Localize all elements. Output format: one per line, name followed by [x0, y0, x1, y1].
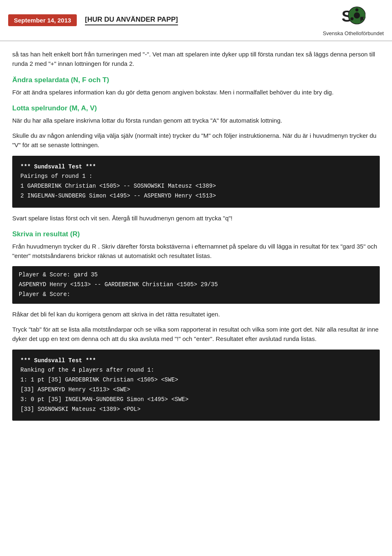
svg-point-5	[350, 17, 354, 20]
main-content: så tas han helt enkelt bort från turneri…	[0, 49, 392, 439]
terminal2-line1: Player & Score: gard 35	[19, 270, 373, 280]
p3: Svart spelare listas först och vit sen. …	[12, 213, 380, 223]
terminal2-line2: ASPENRYD Henry <1513> -- GARDEBRINK Chri…	[19, 280, 373, 290]
section1-heading: Ändra spelardata (N, F och T)	[12, 76, 380, 84]
terminal-score: Player & Score: gard 35 ASPENRYD Henry <…	[12, 266, 380, 303]
logo-label: Svenska Othelloförbundet	[323, 30, 384, 36]
section3-p1: Från huvudmenyn trycker du R . Skriv där…	[12, 242, 380, 261]
section1-p1: För att ändra spelares information kan d…	[12, 87, 380, 97]
header-title: [HUR DU ANVÄNDER PAPP]	[85, 16, 178, 25]
header-left: September 14, 2013 [HUR DU ANVÄNDER PAPP…	[8, 14, 178, 26]
svg-point-2	[354, 12, 360, 18]
terminal3-row1: 1: 1 pt [35] GARDEBRINK Christian <1505>…	[20, 375, 372, 385]
terminal3-row3: 3: 0 pt [35] INGELMAN-SUNDBERG Simon <14…	[20, 395, 372, 405]
section2-p1: När du har alla spelare inskrivna lottar…	[12, 116, 380, 125]
page-header: September 14, 2013 [HUR DU ANVÄNDER PAPP…	[0, 0, 392, 41]
terminal3-row2: [33] ASPENRYD Henry <1513> <SWE>	[20, 385, 372, 395]
svg-point-3	[355, 9, 359, 12]
terminal1-row2: 2 INGELMAN-SUNDBERG Simon <1495> -- ASPE…	[20, 191, 372, 201]
header-logo: S F Svenska Othelloförbundet	[323, 4, 384, 36]
terminal1-row1: 1 GARDEBRINK Christian <1505> -- SOSNOWS…	[20, 182, 372, 191]
sof-logo-icon: S F	[341, 4, 365, 29]
terminal-pairings: *** Sundsvall Test *** Pairings of round…	[12, 156, 380, 208]
terminal3-row4: [33] SOSNOWSKI Mateusz <1389> <POL>	[20, 405, 372, 415]
intro-paragraph: så tas han helt enkelt bort från turneri…	[12, 49, 380, 69]
terminal3-subtitle: Ranking of the 4 players after round 1:	[20, 365, 372, 375]
terminal3-title: *** Sundsvall Test ***	[20, 356, 372, 366]
terminal2-line3: Player & Score:	[19, 290, 373, 300]
section3-heading: Skriva in resultat (R)	[12, 230, 380, 238]
section2-heading: Lotta spelrundor (M, A, V)	[12, 104, 380, 112]
terminal-ranking: *** Sundsvall Test *** Ranking of the 4 …	[12, 350, 380, 421]
p5: Tryck "tab" för att se lista alla motstå…	[12, 325, 380, 344]
terminal1-title: *** Sundsvall Test ***	[20, 162, 372, 172]
terminal1-subtitle: Pairings of round 1 :	[20, 172, 372, 182]
header-date: September 14, 2013	[8, 14, 77, 26]
section2-p2: Skulle du av någon anlending vilja välja…	[12, 131, 380, 150]
p4: Råkar det bli fel kan du korrigera genom…	[12, 309, 380, 319]
svg-text:F: F	[360, 16, 364, 23]
